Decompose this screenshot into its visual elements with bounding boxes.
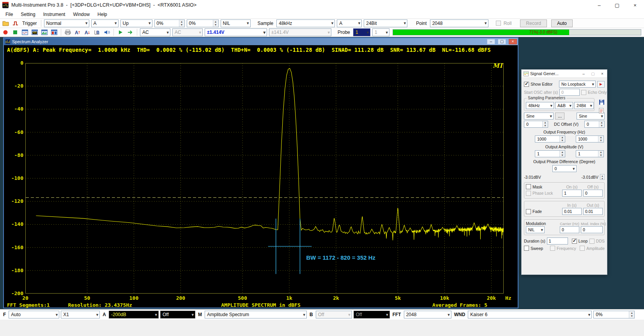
offset-b-select[interactable]: Off: [354, 311, 390, 318]
dc-offset-a-input[interactable]: 0: [524, 121, 548, 128]
fade-out-input[interactable]: 0.01: [583, 208, 603, 215]
dc-offset-b-input[interactable]: 0: [584, 121, 605, 128]
range-b-display-select[interactable]: Off: [316, 311, 352, 318]
show-editor-checkbox[interactable]: Show Editor: [524, 82, 553, 87]
spin-buttons-icon[interactable]: [559, 136, 565, 142]
coupling-a-select[interactable]: AC: [140, 28, 170, 36]
run-generator-button[interactable]: ▶: [597, 81, 605, 88]
trigger-level-spinner[interactable]: 0%: [154, 19, 185, 27]
edit-list-icon[interactable]: [598, 107, 605, 114]
spectrum-plot[interactable]: BW = 1172 - 820 = 352 Hz: [25, 63, 504, 294]
output-frequency-b-input[interactable]: 1000: [576, 135, 604, 142]
fine-adjust-spinner[interactable]: [600, 174, 605, 180]
app-titlebar[interactable]: Multi-Instrument Pro 3.8 - [+3DP+DLG+LCR…: [0, 0, 644, 10]
display-mode-select[interactable]: Amplitude Spectrum: [205, 311, 307, 318]
fade-checkbox[interactable]: Fade: [526, 209, 561, 214]
sample-channel-select[interactable]: A: [337, 19, 362, 27]
record-icon[interactable]: [2, 28, 9, 36]
sweep-frequency-checkbox[interactable]: Frequency: [550, 246, 576, 251]
fade-in-input[interactable]: 0.01: [562, 208, 582, 215]
trigger-delay-spinner[interactable]: 0%: [187, 19, 219, 27]
minimize-icon[interactable]: –: [590, 0, 608, 10]
generator-bits-select[interactable]: 24Bit: [574, 102, 594, 109]
spin-buttons-icon[interactable]: [598, 136, 603, 142]
menu-window[interactable]: Window: [69, 12, 94, 17]
spin-buttons-icon[interactable]: [179, 20, 184, 27]
coupling-b-select[interactable]: AC: [172, 28, 203, 36]
mask-on-input[interactable]: 1: [562, 190, 582, 197]
probe-b-select[interactable]: 1: [372, 28, 389, 36]
duration-input[interactable]: 1: [547, 237, 568, 245]
trigger-hpf-select[interactable]: NIL: [221, 19, 251, 27]
spin-buttons-icon[interactable]: [559, 151, 565, 157]
trigger-mode-select[interactable]: Normal: [44, 19, 89, 27]
more-waveforms-button[interactable]: ...: [555, 113, 564, 120]
auto-button[interactable]: Auto: [551, 19, 573, 27]
menu-file[interactable]: File: [2, 12, 17, 17]
sweep-checkbox[interactable]: Sweep: [524, 246, 543, 251]
maximize-icon[interactable]: ▢: [589, 71, 597, 77]
close-icon[interactable]: ×: [509, 39, 517, 44]
close-icon[interactable]: ×: [626, 0, 644, 10]
echo-only-checkbox[interactable]: Echo Only: [581, 90, 607, 95]
output-frequency-a-input[interactable]: 1000: [535, 135, 565, 142]
mask-off-input[interactable]: 0: [583, 190, 603, 197]
record-button[interactable]: Record: [520, 19, 547, 27]
spin-buttons-icon[interactable]: [629, 311, 634, 318]
mod-index-input[interactable]: 0: [581, 226, 603, 233]
speaker-icon[interactable]: [103, 28, 111, 36]
loop-checkbox[interactable]: Loop: [572, 239, 587, 244]
stop-icon[interactable]: [11, 28, 19, 36]
output-amplitude-b-input[interactable]: 1: [576, 150, 604, 157]
range-a-select[interactable]: ±1.414V: [205, 28, 267, 36]
decrease-font-icon[interactable]: A: [83, 28, 91, 36]
point-count-select[interactable]: 2048: [430, 19, 488, 27]
sample-bits-select[interactable]: 24Bit: [364, 19, 407, 27]
open-file-icon[interactable]: [2, 19, 9, 27]
signal-generator-titlebar[interactable]: Signal Gener... – ▢ ×: [522, 70, 607, 78]
multimeter-window-icon[interactable]: [41, 28, 48, 36]
spectrum-analyzer-titlebar[interactable]: Spectrum Analyzer – ▢ ×: [4, 38, 518, 45]
phase-lock-checkbox[interactable]: Phase Lock: [526, 191, 561, 196]
spin-buttons-icon[interactable]: [542, 121, 548, 127]
maximize-icon[interactable]: ▢: [498, 39, 506, 44]
axis-label-icon[interactable]: B: [93, 28, 101, 36]
dds-checkbox[interactable]: DDS: [589, 239, 605, 244]
spin-buttons-icon[interactable]: [599, 121, 604, 127]
overlap-spinner[interactable]: 0%: [593, 311, 635, 318]
minimize-icon[interactable]: –: [487, 39, 495, 44]
loopback-icon[interactable]: [126, 28, 134, 36]
fft-size-select[interactable]: 2048: [404, 311, 451, 318]
range-a-display-select[interactable]: -200dB: [109, 311, 159, 318]
spin-buttons-icon[interactable]: [213, 20, 218, 27]
trigger-source-select[interactable]: A: [91, 19, 119, 27]
menu-help[interactable]: Help: [94, 12, 111, 17]
menu-instrument[interactable]: Instrument: [39, 12, 69, 17]
spectrum-window-icon[interactable]: [31, 28, 39, 36]
play-icon[interactable]: [117, 28, 124, 36]
modulation-type-select[interactable]: NIL: [526, 226, 545, 233]
carrier-input[interactable]: 0: [560, 226, 579, 233]
roll-checkbox[interactable]: Roll: [496, 21, 513, 26]
start-osc-input[interactable]: 0: [559, 89, 580, 96]
spin-buttons-icon[interactable]: [598, 151, 603, 157]
mask-checkbox[interactable]: Mask: [526, 184, 561, 189]
sweep-amplitude-checkbox[interactable]: Amplitude: [580, 246, 605, 251]
offset-a-select[interactable]: Off: [160, 311, 195, 318]
analyzer-window-icon[interactable]: [50, 28, 58, 36]
increase-font-icon[interactable]: A: [74, 28, 81, 36]
save-icon[interactable]: [598, 98, 605, 106]
minimize-icon[interactable]: –: [580, 71, 587, 77]
oscilloscope-window-icon[interactable]: [21, 28, 29, 36]
printer-icon[interactable]: [64, 28, 72, 36]
generator-channels-select[interactable]: A&B: [555, 102, 573, 109]
waveform-a-select[interactable]: Sine: [524, 113, 554, 120]
loopback-select[interactable]: No Loopback: [559, 81, 596, 88]
generator-sample-rate-select[interactable]: 48kHz: [526, 102, 554, 109]
output-amplitude-a-input[interactable]: 1: [535, 150, 565, 157]
phase-difference-select[interactable]: 0: [552, 165, 577, 172]
trigger-edge-select[interactable]: Up: [120, 19, 152, 27]
frequency-axis-select[interactable]: Auto: [9, 311, 59, 318]
probe-a-select[interactable]: 1: [353, 28, 370, 36]
zoom-select[interactable]: X1: [61, 311, 100, 318]
